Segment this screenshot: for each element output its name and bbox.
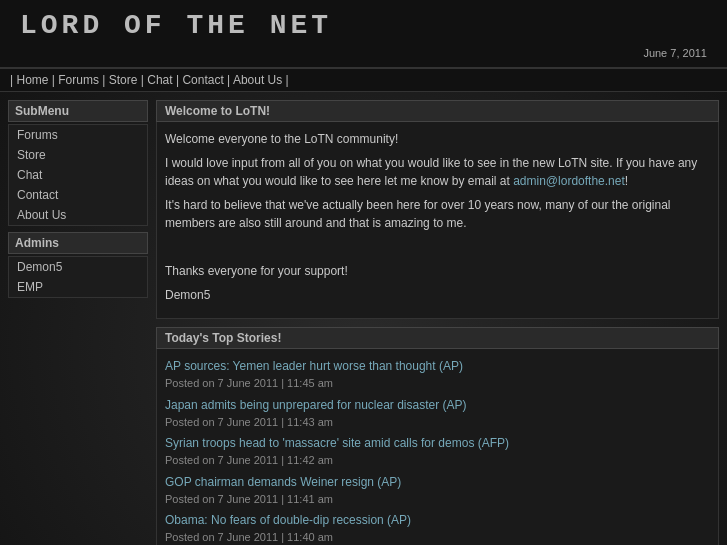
story-headline[interactable]: Japan admits being unprepared for nuclea… (165, 396, 710, 414)
story-item: AP sources: Yemen leader hurt worse than… (165, 357, 710, 392)
nav-store[interactable]: Store (109, 73, 138, 87)
nav-forums[interactable]: Forums (58, 73, 99, 87)
story-date: Posted on 7 June 2011 | 11:43 am (165, 414, 710, 431)
sidebar-item-store[interactable]: Store (9, 145, 147, 165)
news-title: Today's Top Stories! (156, 327, 719, 349)
story-item: Syrian troops head to 'massacre' site am… (165, 434, 710, 469)
sidebar: SubMenu Forums Store Chat Contact About … (8, 100, 148, 545)
navigation: | Home | Forums | Store | Chat | Contact… (0, 69, 727, 92)
sidebar-item-about[interactable]: About Us (9, 205, 147, 225)
story-headline[interactable]: GOP chairman demands Weiner resign (AP) (165, 473, 710, 491)
nav-chat[interactable]: Chat (147, 73, 172, 87)
story-date: Posted on 7 June 2011 | 11:42 am (165, 452, 710, 469)
main-content: Welcome to LoTN! Welcome everyone to the… (156, 100, 719, 545)
admins-title: Admins (8, 232, 148, 254)
nav-contact[interactable]: Contact (182, 73, 223, 87)
news-body: AP sources: Yemen leader hurt worse than… (156, 349, 719, 545)
welcome-body: Welcome everyone to the LoTN community! … (156, 122, 719, 319)
nav-home[interactable]: Home (16, 73, 48, 87)
date-display: June 7, 2011 (20, 47, 707, 59)
story-item: Japan admits being unprepared for nuclea… (165, 396, 710, 431)
story-item: GOP chairman demands Weiner resign (AP)P… (165, 473, 710, 508)
story-date: Posted on 7 June 2011 | 11:45 am (165, 375, 710, 392)
news-section: Today's Top Stories! AP sources: Yemen l… (156, 327, 719, 545)
sidebar-item-contact[interactable]: Contact (9, 185, 147, 205)
welcome-section: Welcome to LoTN! Welcome everyone to the… (156, 100, 719, 319)
story-headline[interactable]: Syrian troops head to 'massacre' site am… (165, 434, 710, 452)
site-logo: LORD OF THE NET (20, 10, 332, 41)
story-date: Posted on 7 June 2011 | 11:41 am (165, 491, 710, 508)
sidebar-admin-emp[interactable]: EMP (9, 277, 147, 297)
sidebar-admin-demon5[interactable]: Demon5 (9, 257, 147, 277)
header: LORD OF THE NET June 7, 2011 (0, 0, 727, 69)
welcome-title: Welcome to LoTN! (156, 100, 719, 122)
sidebar-item-forums[interactable]: Forums (9, 125, 147, 145)
submenu-links: Forums Store Chat Contact About Us (8, 124, 148, 226)
story-item: Obama: No fears of double-dip recession … (165, 511, 710, 545)
story-headline[interactable]: Obama: No fears of double-dip recession … (165, 511, 710, 529)
admin-email-link[interactable]: admin@lordofthe.net (513, 174, 625, 188)
submenu-title: SubMenu (8, 100, 148, 122)
admins-links: Demon5 EMP (8, 256, 148, 298)
sidebar-item-chat[interactable]: Chat (9, 165, 147, 185)
nav-about[interactable]: About Us (233, 73, 282, 87)
story-date: Posted on 7 June 2011 | 11:40 am (165, 529, 710, 545)
story-headline[interactable]: AP sources: Yemen leader hurt worse than… (165, 357, 710, 375)
main-layout: SubMenu Forums Store Chat Contact About … (0, 92, 727, 545)
